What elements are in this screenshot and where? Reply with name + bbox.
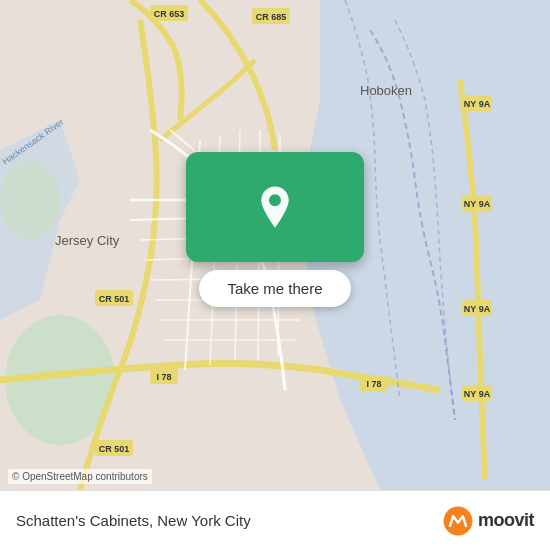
svg-point-41 (269, 194, 281, 206)
green-card (186, 152, 364, 262)
svg-text:CR 501: CR 501 (99, 444, 130, 454)
svg-text:NY 9A: NY 9A (464, 99, 491, 109)
map-attribution: © OpenStreetMap contributors (8, 469, 152, 484)
svg-text:Jersey City: Jersey City (55, 233, 120, 248)
svg-text:NY 9A: NY 9A (464, 199, 491, 209)
bottom-left: Schatten's Cabinets, New York City (16, 512, 251, 529)
location-pin-icon (251, 183, 299, 231)
svg-text:NY 9A: NY 9A (464, 304, 491, 314)
svg-text:CR 501: CR 501 (99, 294, 130, 304)
svg-text:I 78: I 78 (156, 372, 171, 382)
svg-text:I 78: I 78 (366, 379, 381, 389)
moovit-icon (442, 505, 474, 537)
moovit-text-label: moovit (478, 510, 534, 531)
bottom-bar: Schatten's Cabinets, New York City moovi… (0, 490, 550, 550)
moovit-logo: moovit (442, 505, 534, 537)
svg-text:CR 685: CR 685 (256, 12, 287, 22)
svg-text:Hoboken: Hoboken (360, 83, 412, 98)
svg-text:NY 9A: NY 9A (464, 389, 491, 399)
svg-text:CR 653: CR 653 (154, 9, 185, 19)
svg-point-4 (0, 160, 60, 240)
map-container: I 78 I 78 CR 501 CR 501 CR 685 CR 653 NY… (0, 0, 550, 490)
take-me-there-button[interactable]: Take me there (199, 270, 350, 307)
button-overlay: Take me there (186, 152, 364, 307)
location-title: Schatten's Cabinets, New York City (16, 512, 251, 529)
